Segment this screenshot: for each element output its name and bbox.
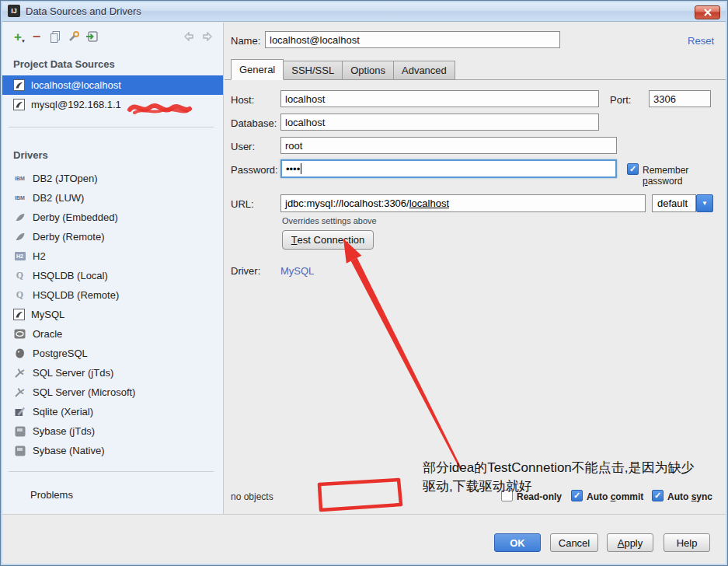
cancel-button[interactable]: Cancel — [550, 533, 598, 552]
driver-item[interactable]: MySQL — [1, 305, 223, 324]
dialog-button-bar: OK Cancel Apply Help — [1, 514, 727, 566]
driver-item[interactable]: SQL Server (jTds) — [1, 363, 223, 383]
driver-value-link[interactable]: MySQL — [280, 265, 314, 277]
name-input[interactable] — [265, 31, 560, 48]
database-label: Database: — [231, 117, 277, 129]
auto-sync-label: Auto sync — [667, 491, 712, 502]
name-label: Name: — [231, 35, 260, 47]
driver-item[interactable]: Oracle — [1, 324, 223, 344]
leaf-icon — [13, 211, 26, 224]
driver-label: Driver: — [231, 265, 260, 277]
url-input[interactable]: jdbc:mysql://localhost:3306/localhost — [280, 194, 646, 212]
reset-link[interactable]: Reset — [688, 35, 714, 47]
mysql-dolphin-icon — [13, 79, 25, 91]
test-connection-button[interactable]: Test Connection — [282, 230, 374, 250]
add-icon[interactable]: +▼ — [9, 29, 27, 44]
url-label: URL: — [231, 198, 254, 210]
divider — [9, 471, 214, 472]
database-input[interactable] — [280, 114, 599, 131]
driver-item[interactable]: Sqlite (Xerial) — [1, 402, 223, 421]
oracle-icon — [13, 328, 26, 341]
no-objects-status: no objects — [231, 491, 273, 502]
forward-icon[interactable] — [198, 29, 217, 44]
user-input[interactable] — [280, 137, 617, 154]
problems-section[interactable]: Problems — [1, 485, 223, 505]
back-icon[interactable] — [179, 29, 198, 44]
divider — [9, 127, 214, 128]
text-caret — [301, 163, 301, 174]
url-overrides-note: Overrides settings above — [282, 216, 377, 225]
chevron-down-icon: ▼ — [702, 200, 708, 207]
ibm-icon: IBM — [13, 192, 26, 204]
ok-button[interactable]: OK — [494, 533, 541, 552]
data-source-list: localhost@localhost mysql@192.168.1.1 — [1, 75, 223, 114]
driver-item[interactable]: IBMDB2 (JTOpen) — [1, 169, 223, 188]
combobox-arrow-button[interactable]: ▼ — [696, 194, 713, 212]
tab-advanced[interactable]: Advanced — [394, 61, 455, 80]
title-bar[interactable]: IJ Data Sources and Drivers — [1, 1, 727, 22]
port-label: Port: — [610, 94, 631, 106]
driver-item[interactable]: Sybase (Native) — [1, 441, 223, 460]
driver-item[interactable]: Sybase (jTds) — [1, 421, 223, 441]
driver-list: IBMDB2 (JTOpen) IBMDB2 (LUW) Derby (Embe… — [1, 169, 223, 460]
password-input[interactable]: •••• — [280, 159, 617, 178]
left-panel: +▼ − Project Data Sources — [1, 23, 224, 514]
sqlserver-icon — [13, 386, 26, 399]
toolbar: +▼ − — [9, 28, 217, 45]
project-data-sources-header: Project Data Sources — [13, 58, 115, 70]
remove-icon[interactable]: − — [27, 29, 46, 44]
url-text: jdbc:mysql://localhost:3306/ — [285, 197, 409, 209]
remember-password-checkbox[interactable]: ✓ — [627, 163, 639, 175]
sqlserver-icon — [13, 367, 26, 379]
driver-item[interactable]: Derby (Remote) — [1, 227, 223, 246]
hsqldb-icon: Q — [13, 270, 26, 282]
host-input[interactable] — [280, 90, 599, 107]
sybase-icon — [13, 425, 26, 438]
host-label: Host: — [231, 94, 254, 106]
mysql-dolphin-icon — [13, 309, 25, 320]
chevron-down-icon: ▼ — [21, 39, 26, 44]
close-button[interactable] — [695, 5, 720, 19]
leaf-icon — [13, 231, 26, 243]
data-source-label: localhost@localhost — [31, 79, 121, 91]
driver-item[interactable]: H2H2 — [1, 246, 223, 266]
port-input[interactable] — [649, 90, 711, 107]
tab-ssh-ssl[interactable]: SSH/SSL — [284, 61, 343, 80]
data-source-label: mysql@192.168.1.1 — [31, 99, 121, 110]
tab-options[interactable]: Options — [343, 61, 394, 80]
import-icon[interactable] — [83, 29, 102, 44]
data-source-item-localhost[interactable]: localhost@localhost — [1, 75, 223, 95]
mysql-dolphin-icon — [13, 99, 25, 110]
driver-item[interactable]: IBMDB2 (LUW) — [1, 188, 223, 208]
driver-item[interactable]: QHSQLDB (Remote) — [1, 285, 223, 305]
apply-button[interactable]: Apply — [607, 533, 653, 552]
password-label: Password: — [231, 164, 278, 176]
intellij-idea-icon: IJ — [8, 5, 20, 17]
password-dots: •••• — [286, 163, 300, 175]
window-title: Data Sources and Drivers — [26, 5, 141, 17]
url-preset-combobox[interactable]: default — [652, 194, 696, 212]
h2-icon: H2 — [13, 250, 26, 263]
driver-item[interactable]: Derby (Embedded) — [1, 208, 223, 227]
main-panel: Name: Reset General SSH/SSL Options Adva… — [225, 23, 728, 514]
driver-item[interactable]: QHSQLDB (Local) — [1, 266, 223, 285]
url-database-link[interactable]: localhost — [409, 197, 449, 209]
drivers-header: Drivers — [13, 149, 48, 161]
sqlite-icon — [13, 406, 26, 418]
copy-icon[interactable] — [46, 29, 64, 44]
driver-item[interactable]: SQL Server (Microsoft) — [1, 383, 223, 402]
read-only-label: Read-only — [517, 491, 562, 502]
data-sources-dialog: IJ Data Sources and Drivers +▼ − — [0, 0, 728, 566]
auto-sync-checkbox[interactable]: ✓ — [652, 490, 664, 501]
auto-commit-label: Auto commit — [587, 491, 643, 502]
tab-general[interactable]: General — [231, 59, 284, 80]
data-source-item-mysql-remote[interactable]: mysql@192.168.1.1 — [1, 95, 223, 114]
remember-password-label: Remember password — [643, 165, 728, 187]
driver-item[interactable]: PostgreSQL — [1, 344, 223, 363]
user-label: User: — [231, 141, 255, 152]
auto-commit-checkbox[interactable]: ✓ — [571, 490, 583, 501]
read-only-checkbox[interactable] — [501, 490, 513, 501]
help-button[interactable]: Help — [664, 533, 710, 552]
close-icon — [704, 9, 712, 16]
wrench-icon[interactable] — [64, 29, 83, 44]
